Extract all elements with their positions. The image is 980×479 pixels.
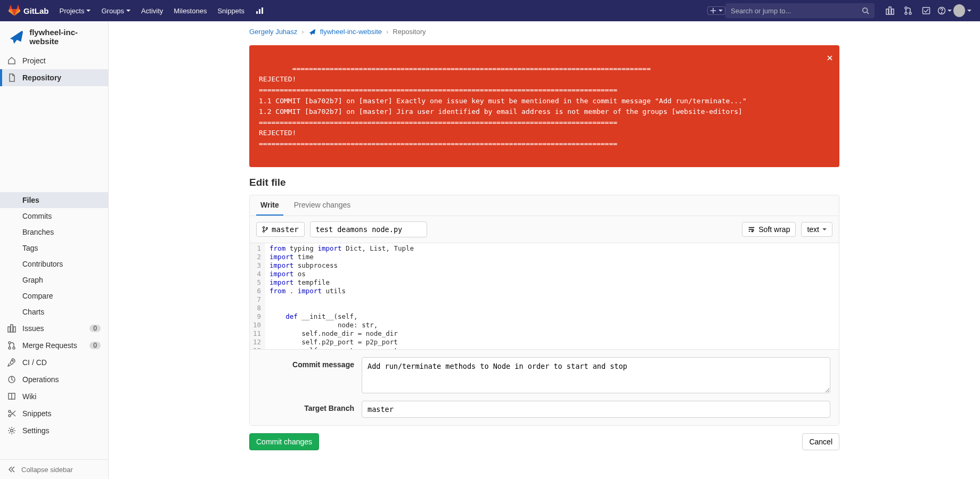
branch-icon [262, 226, 268, 233]
tab-preview[interactable]: Preview changes [290, 195, 355, 216]
sidebar-item-snippets[interactable]: Snippets [0, 405, 108, 422]
sidebar-item-repository[interactable]: Repository [0, 69, 108, 86]
nav-activity[interactable]: Activity [136, 2, 168, 20]
breadcrumb-owner[interactable]: Gergely Juhasz [249, 28, 297, 36]
commit-changes-button[interactable]: Commit changes [249, 433, 319, 450]
todos-icon[interactable] [917, 0, 935, 21]
svg-point-29 [266, 228, 268, 229]
svg-point-10 [905, 7, 907, 9]
target-branch-label: Target Branch [258, 401, 354, 412]
syntax-selector[interactable]: text [801, 222, 832, 237]
nav-groups[interactable]: Groups [96, 2, 136, 20]
operations-icon [7, 375, 16, 384]
project-mini-icon [308, 28, 316, 36]
issues-count: 0 [89, 325, 101, 332]
softwrap-toggle[interactable]: Soft wrap [742, 222, 796, 237]
search-input[interactable] [731, 7, 862, 15]
breadcrumb-project[interactable]: flywheel-inc-website [320, 28, 382, 36]
sidebar-sub-compare[interactable]: Compare [0, 288, 108, 304]
code-body[interactable]: from typing import Dict, List, Tuple imp… [265, 243, 839, 349]
svg-point-5 [863, 8, 868, 13]
issues-shortcut-icon[interactable] [881, 0, 899, 21]
page-title: Edit file [249, 177, 839, 188]
line-gutter: 12345678910111213141516 [250, 243, 265, 349]
target-branch-row: Target Branch [250, 401, 839, 425]
chevron-down-icon [86, 10, 91, 12]
code-editor[interactable]: 12345678910111213141516 from typing impo… [250, 243, 839, 349]
commit-message-input[interactable] [362, 357, 830, 393]
svg-point-19 [9, 342, 11, 344]
sidebar-sub-graph[interactable]: Graph [0, 272, 108, 288]
nav-milestones[interactable]: Milestones [168, 2, 212, 20]
sidebar-sub-charts[interactable]: Charts [0, 304, 108, 320]
sidebar-item-merge-requests[interactable]: Merge Requests0 [0, 337, 108, 354]
sidebar-item-wiki[interactable]: Wiki [0, 388, 108, 405]
svg-point-15 [941, 12, 942, 13]
error-alert: ×=======================================… [249, 45, 839, 167]
tanuki-icon [9, 5, 20, 16]
merge-requests-shortcut-icon[interactable] [899, 0, 917, 21]
chevron-right-icon: › [301, 28, 304, 36]
top-nav: GitLab Projects Groups Activity Mileston… [0, 0, 980, 21]
chevron-down-icon [718, 10, 723, 12]
svg-rect-2 [262, 7, 263, 14]
svg-rect-13 [923, 7, 930, 14]
project-name: flywheel-inc-website [29, 28, 101, 46]
close-alert-button[interactable]: × [827, 49, 833, 66]
help-icon[interactable] [935, 0, 953, 21]
issues-icon [7, 324, 16, 333]
commit-message-label: Commit message [258, 357, 354, 369]
sidebar-item-operations[interactable]: Operations [0, 371, 108, 388]
svg-point-24 [9, 410, 11, 412]
svg-point-27 [263, 227, 265, 228]
tab-write[interactable]: Write [256, 195, 283, 216]
nav-analytics-icon[interactable] [250, 1, 269, 20]
doc-icon [7, 73, 16, 82]
sidebar-sub-tags[interactable]: Tags [0, 240, 108, 256]
svg-point-26 [11, 429, 13, 432]
svg-point-21 [13, 347, 15, 349]
nav-snippets[interactable]: Snippets [212, 2, 250, 20]
svg-point-22 [12, 360, 13, 361]
svg-point-12 [909, 12, 911, 14]
nav-projects[interactable]: Projects [54, 2, 96, 20]
search-box[interactable] [725, 3, 875, 18]
collapse-sidebar[interactable]: Collapse sidebar [0, 459, 108, 479]
footer-actions: Commit changes Cancel [249, 426, 839, 463]
wrap-icon [748, 226, 755, 233]
user-menu[interactable] [953, 0, 971, 21]
commit-message-row: Commit message [250, 349, 839, 401]
file-bar: master Soft wrap text [250, 216, 839, 243]
sidebar-item-cicd[interactable]: CI / CD [0, 354, 108, 371]
book-icon [7, 392, 16, 401]
sidebar-item-issues[interactable]: Issues0 [0, 320, 108, 337]
mr-count: 0 [89, 342, 101, 349]
brand[interactable]: GitLab [9, 5, 49, 16]
sidebar-sub-contributors[interactable]: Contributors [0, 256, 108, 272]
chevron-down-icon [822, 228, 827, 230]
project-avatar [7, 28, 24, 46]
sidebar-item-settings[interactable]: Settings [0, 422, 108, 439]
edit-panel: Write Preview changes master Soft wrap t… [249, 195, 839, 426]
chevron-right-icon: › [386, 28, 388, 36]
sidebar-sub-branches[interactable]: Branches [0, 224, 108, 240]
svg-rect-4 [710, 10, 716, 11]
search-icon [862, 7, 869, 14]
filename-input[interactable] [310, 221, 427, 237]
error-alert-text: ========================================… [259, 64, 747, 147]
svg-rect-16 [11, 325, 13, 332]
sidebar-sub-commits[interactable]: Commits [0, 208, 108, 224]
sidebar-item-project[interactable]: Project [0, 52, 108, 69]
sidebar-sub-files[interactable]: Files [0, 192, 108, 208]
plus-menu[interactable] [707, 6, 725, 15]
gear-icon [7, 426, 16, 435]
branch-selector[interactable]: master [256, 222, 305, 237]
scissors-icon [7, 409, 16, 418]
chevrons-left-icon [7, 465, 16, 474]
project-header[interactable]: flywheel-inc-website [0, 21, 108, 52]
breadcrumb: Gergely Juhasz › flywheel-inc-website › … [249, 21, 839, 42]
merge-request-icon [7, 341, 16, 350]
brand-text: GitLab [23, 6, 49, 15]
target-branch-input[interactable] [362, 401, 830, 418]
cancel-button[interactable]: Cancel [802, 433, 839, 450]
